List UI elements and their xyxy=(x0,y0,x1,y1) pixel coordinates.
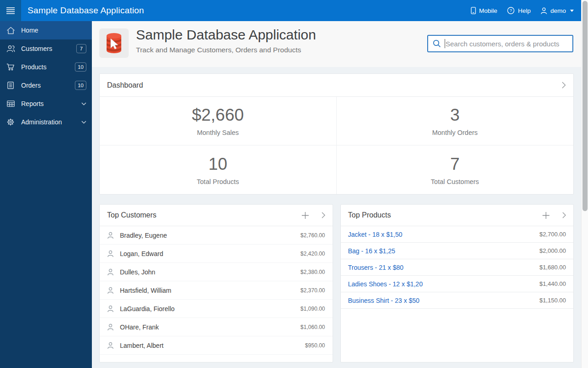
add-product-button[interactable] xyxy=(542,212,550,219)
username-label: demo xyxy=(550,7,566,14)
customer-amount: $950.00 xyxy=(305,342,325,349)
database-cursor-icon xyxy=(103,32,124,55)
content-area: Dashboard $2,660 Monthly Sales 3 Monthly… xyxy=(92,67,581,368)
orders-list-icon xyxy=(0,82,21,89)
metric-value: 3 xyxy=(450,106,460,125)
metrics-grid: $2,660 Monthly Sales 3 Monthly Orders 10… xyxy=(100,97,573,194)
product-link[interactable]: Business Shirt - 23 x $50 xyxy=(348,297,420,304)
metric-total-customers: 7 Total Customers xyxy=(337,145,574,194)
scrollbar-thumb[interactable] xyxy=(582,1,588,211)
sidebar-item-reports[interactable]: Reports xyxy=(0,95,92,113)
person-icon xyxy=(107,323,114,331)
dashboard-title: Dashboard xyxy=(107,81,143,89)
gear-icon xyxy=(0,118,21,126)
customer-row[interactable]: Bradley, Eugene $2,760.00 xyxy=(100,226,333,245)
top-customers-header: Top Customers xyxy=(100,205,333,226)
help-circle-icon: ? xyxy=(507,7,514,14)
metric-label: Monthly Sales xyxy=(197,129,239,136)
home-icon xyxy=(0,27,21,34)
chevron-right-icon[interactable] xyxy=(562,82,566,89)
top-products-header: Top Products xyxy=(341,205,574,226)
product-row: Business Shirt - 23 x $50 $1,150.00 xyxy=(341,292,574,309)
caret-down-icon xyxy=(570,10,574,12)
product-link[interactable]: Jacket - 18 x $1,50 xyxy=(348,231,402,238)
sidebar-item-label: Customers xyxy=(21,45,52,52)
card-actions xyxy=(542,212,566,219)
sidebar-item-label: Products xyxy=(21,63,46,71)
chevron-right-icon[interactable] xyxy=(562,212,566,218)
user-menu[interactable]: demo xyxy=(541,7,574,14)
page-subtitle: Track and Manage Customers, Orders and P… xyxy=(136,46,316,54)
product-link[interactable]: Bag - 16 x $1,25 xyxy=(348,247,396,255)
product-row: Jacket - 18 x $1,50 $2,700.00 xyxy=(341,226,574,243)
sidebar-navigation: Home Customers 7 Products 10 xyxy=(0,21,92,368)
sidebar-item-products[interactable]: Products 10 xyxy=(0,58,92,76)
dashboard-panel-header: Dashboard xyxy=(100,74,573,97)
products-count-badge: 10 xyxy=(75,62,86,72)
customer-amount: $2,760.00 xyxy=(300,232,325,239)
product-amount: $1,150.00 xyxy=(539,297,566,304)
window-title: Sample Database Application xyxy=(28,6,144,16)
customer-name: Lambert, Albert xyxy=(120,342,164,349)
metric-value: 7 xyxy=(450,155,460,174)
sidebar-item-label: Administration xyxy=(21,118,62,126)
vertical-scrollbar[interactable] xyxy=(581,0,588,368)
svg-text:?: ? xyxy=(510,8,512,13)
top-products-card: Top Products Jacket - 18 x $1,50 $ xyxy=(340,204,574,362)
customer-row[interactable]: Hartsfield, William $2,370.00 xyxy=(100,281,333,300)
hamburger-menu-icon xyxy=(6,7,15,14)
metric-monthly-sales: $2,660 Monthly Sales xyxy=(100,97,337,145)
app-logo xyxy=(99,28,129,58)
help-label: Help xyxy=(518,7,531,14)
customer-name: Hartsfield, William xyxy=(120,287,171,294)
customer-name: Logan, Edward xyxy=(120,250,163,257)
search-input[interactable] xyxy=(446,40,568,48)
person-icon xyxy=(107,232,114,239)
mobile-menu-item[interactable]: Mobile xyxy=(471,7,498,14)
product-row: Bag - 16 x $1,25 $2,000.00 xyxy=(341,243,574,259)
product-row: Trousers - 21 x $80 $1,680.00 xyxy=(341,259,574,276)
customers-icon xyxy=(0,45,21,52)
product-link[interactable]: Ladies Shoes - 12 x $1,20 xyxy=(348,280,423,288)
customer-row[interactable]: LaGuardia, Fiorello $1,090.00 xyxy=(100,300,333,318)
app-title-block: Sample Database Application Track and Ma… xyxy=(136,27,316,54)
sidebar-item-label: Orders xyxy=(21,82,41,89)
customer-row[interactable]: Lambert, Albert $950.00 xyxy=(100,336,333,355)
sidebar-toggle-button[interactable] xyxy=(0,0,21,21)
customer-amount: $2,420.00 xyxy=(300,251,325,257)
metric-label: Total Products xyxy=(197,178,239,185)
main-content: Sample Database Application Track and Ma… xyxy=(92,21,581,368)
add-customer-button[interactable] xyxy=(301,212,309,219)
metric-value: 10 xyxy=(209,155,227,174)
topbar-menu: Mobile ? Help demo xyxy=(471,7,581,14)
sidebar-item-customers[interactable]: Customers 7 xyxy=(0,39,92,58)
metric-total-products: 10 Total Products xyxy=(100,145,337,194)
top-navigation-bar: Sample Database Application Mobile ? Hel xyxy=(0,0,581,21)
metric-monthly-orders: 3 Monthly Orders xyxy=(337,97,574,145)
chevron-right-icon[interactable] xyxy=(322,212,325,218)
sidebar-item-orders[interactable]: Orders 10 xyxy=(0,76,92,95)
customer-name: Bradley, Eugene xyxy=(120,232,167,239)
sidebar-item-label: Home xyxy=(21,27,38,34)
customer-row[interactable]: Dulles, John $2,380.00 xyxy=(100,263,333,281)
cart-icon xyxy=(0,63,21,71)
dashboard-panel: Dashboard $2,660 Monthly Sales 3 Monthly… xyxy=(99,73,574,195)
user-icon xyxy=(541,7,547,14)
customer-name: LaGuardia, Fiorello xyxy=(120,305,175,312)
customer-row[interactable]: Logan, Edward $2,420.00 xyxy=(100,245,333,263)
metric-value: $2,660 xyxy=(192,106,244,125)
top-customers-card: Top Customers Bradley, Eugene xyxy=(99,204,333,362)
global-search-box[interactable] xyxy=(427,35,573,52)
help-menu-item[interactable]: ? Help xyxy=(507,7,531,14)
person-icon xyxy=(107,250,114,257)
app-header: Sample Database Application Track and Ma… xyxy=(92,21,581,67)
metric-label: Total Customers xyxy=(431,178,479,185)
sidebar-item-administration[interactable]: Administration xyxy=(0,113,92,131)
sidebar-item-home[interactable]: Home xyxy=(0,21,92,39)
chevron-down-icon xyxy=(81,102,86,106)
reports-table-icon xyxy=(0,100,21,107)
person-icon xyxy=(107,268,114,276)
product-amount: $1,680.00 xyxy=(539,264,566,271)
product-link[interactable]: Trousers - 21 x $80 xyxy=(348,264,404,271)
customer-row[interactable]: OHare, Frank $1,060.00 xyxy=(100,318,333,336)
